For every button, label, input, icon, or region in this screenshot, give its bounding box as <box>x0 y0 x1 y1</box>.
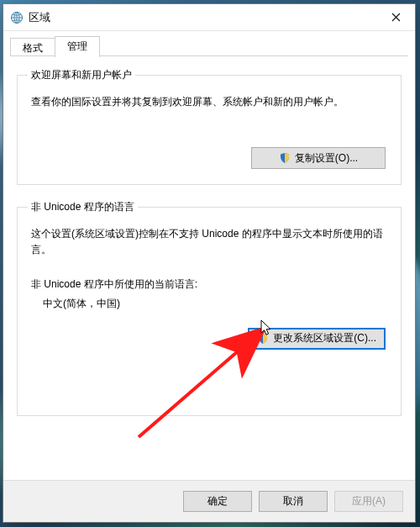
shield-icon <box>257 333 269 345</box>
content-area: 欢迎屏幕和新用户帐户 查看你的国际设置并将其复制到欢迎屏幕、系统帐户和新的用户帐… <box>3 56 415 480</box>
welcome-group: 欢迎屏幕和新用户帐户 查看你的国际设置并将其复制到欢迎屏幕、系统帐户和新的用户帐… <box>17 68 402 185</box>
nonunicode-group: 非 Unicode 程序的语言 这个设置(系统区域设置)控制在不支持 Unico… <box>17 200 402 415</box>
close-button[interactable] <box>376 4 415 31</box>
current-locale: 中文(简体，中国) <box>43 297 391 311</box>
tabs: 格式 管理 <box>3 31 415 56</box>
cancel-button[interactable]: 取消 <box>259 491 328 512</box>
welcome-legend: 欢迎屏幕和新用户帐户 <box>28 68 135 82</box>
shield-icon <box>279 152 291 164</box>
copy-settings-label: 复制设置(O)... <box>295 151 358 166</box>
titlebar: 区域 <box>3 4 415 31</box>
region-dialog: 区域 格式 管理 欢迎屏幕和新用户帐户 查看你的国际设置并将其复制到欢迎屏幕、系… <box>3 3 416 523</box>
dialog-footer: 确定 取消 应用(A) <box>3 480 415 522</box>
globe-icon <box>10 11 24 24</box>
welcome-desc: 查看你的国际设置并将其复制到欢迎屏幕、系统帐户和新的用户帐户。 <box>31 94 391 110</box>
tab-format[interactable]: 格式 <box>10 38 55 56</box>
change-locale-label: 更改系统区域设置(C)... <box>273 331 376 345</box>
nonunicode-legend: 非 Unicode 程序的语言 <box>28 200 138 214</box>
nonunicode-desc: 这个设置(系统区域设置)控制在不支持 Unicode 的程序中显示文本时所使用的… <box>31 226 391 258</box>
change-locale-button[interactable]: 更改系统区域设置(C)... <box>248 328 386 350</box>
copy-settings-button[interactable]: 复制设置(O)... <box>251 147 386 169</box>
current-language-label: 非 Unicode 程序中所使用的当前语言: <box>31 277 391 292</box>
apply-button: 应用(A) <box>334 491 403 512</box>
window-title: 区域 <box>29 10 50 25</box>
tab-admin[interactable]: 管理 <box>55 36 100 57</box>
ok-button[interactable]: 确定 <box>183 491 252 512</box>
